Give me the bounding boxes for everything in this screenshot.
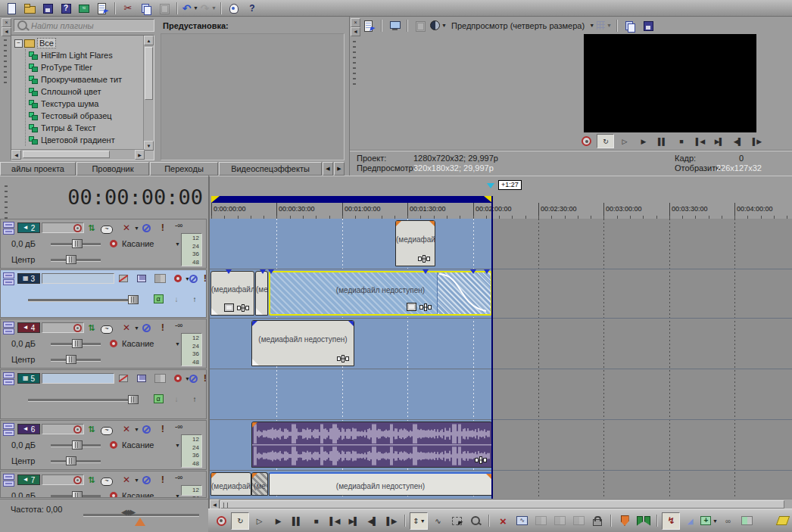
enable-snapping-button[interactable]: ↯ xyxy=(662,512,680,530)
tree-item[interactable]: Цветовой градиент xyxy=(29,134,142,146)
fade-handle[interactable] xyxy=(256,308,263,315)
timeline-event[interactable]: (медиафайл недоступен) xyxy=(251,320,354,366)
maximize-track-button[interactable] xyxy=(3,430,14,436)
track-motion-icon[interactable] xyxy=(136,373,148,384)
track-header-4[interactable]: ◄4⇅~✕▼!-∞0,0 дБКасание▼Центр12243648 xyxy=(0,319,207,369)
volume-slider-thumb[interactable] xyxy=(72,239,83,248)
pan-crop-icon[interactable] xyxy=(224,303,234,312)
track-fx-icon[interactable]: ✕ xyxy=(120,322,133,333)
timeline-horizontal-scrollbar[interactable]: ◀ xyxy=(210,499,792,509)
level-slider-thumb[interactable] xyxy=(128,395,139,404)
tab-scroll-right-button[interactable]: ▶ xyxy=(334,162,345,176)
tree-item[interactable]: Титры & Текст xyxy=(29,122,142,134)
arm-record-button[interactable] xyxy=(71,424,83,434)
input-routing-icon[interactable]: ⇅ xyxy=(86,424,98,434)
automation-gear-icon[interactable] xyxy=(172,273,184,284)
overlays-grid-dropdown-icon[interactable]: ▼ xyxy=(606,23,612,28)
interactive-tutorials-button[interactable] xyxy=(225,1,243,16)
close-panel-button[interactable]: × xyxy=(2,18,11,27)
fade-handle[interactable] xyxy=(211,308,218,315)
volume-slider-thumb[interactable] xyxy=(72,339,83,348)
minimize-track-button[interactable] xyxy=(3,322,14,328)
tree-root-item[interactable]: −Все xyxy=(11,37,154,49)
insert-envelope-button[interactable]: +▼ xyxy=(700,512,718,530)
maximize-track-button[interactable] xyxy=(3,279,14,285)
tree-item[interactable]: HitFilm Light Flares xyxy=(29,49,142,61)
whats-this-help-button[interactable]: ? xyxy=(243,1,261,16)
automation-mode-label[interactable]: Касание xyxy=(122,239,154,248)
loop-playback-button[interactable]: ↻ xyxy=(231,512,249,530)
automation-dropdown-icon[interactable]: ▼ xyxy=(175,443,180,448)
tab-scroll-left-button[interactable]: ◀ xyxy=(323,162,333,176)
tracks-viewport[interactable]: (медиафай(медиафайл(ме,(медиафайл недост… xyxy=(210,219,792,499)
track-fx-icon[interactable]: ✕ xyxy=(120,424,133,434)
trim-event-button[interactable]: ∿ xyxy=(513,512,531,530)
envelope-icon[interactable]: ~ xyxy=(101,324,113,334)
scroll-down-icon[interactable]: ▼ xyxy=(144,141,154,151)
maximize-track-button[interactable] xyxy=(3,481,14,487)
play-from-start-button[interactable]: ▷ xyxy=(616,134,633,148)
scroll-right-icon[interactable]: ▶ xyxy=(135,150,145,160)
motion-blur-bypass-icon[interactable] xyxy=(117,273,129,284)
auto-ripple-button[interactable]: ◢ xyxy=(681,512,699,530)
copy-snapshot-button[interactable] xyxy=(621,18,639,33)
audio-waveform-event[interactable] xyxy=(251,422,492,468)
tree-item[interactable]: ProType Titler xyxy=(29,61,142,73)
undo-button[interactable]: ↶▼ xyxy=(181,1,199,16)
event-fx-icon[interactable] xyxy=(418,255,430,263)
minimize-track-button[interactable] xyxy=(3,272,14,278)
automation-mode-label[interactable]: Касание xyxy=(122,491,154,498)
level-slider-thumb[interactable] xyxy=(128,295,139,304)
input-routing-icon[interactable]: ⇅ xyxy=(86,222,98,233)
previous-frame-button[interactable]: ◀▌ xyxy=(729,134,747,148)
automation-mode-label[interactable]: Касание xyxy=(122,339,154,348)
track-header-3[interactable]: ▦3▼!α↓↑ xyxy=(0,269,207,318)
level-slider-track[interactable] xyxy=(28,299,136,302)
scroll-left-icon[interactable]: ◀ xyxy=(11,150,21,160)
timeline-event[interactable]: (медиафай xyxy=(395,220,435,266)
pan-slider-thumb[interactable] xyxy=(66,456,76,465)
group-events-button[interactable]: ∞ xyxy=(719,512,737,530)
event-fx-icon[interactable] xyxy=(237,304,249,312)
stop-button[interactable]: ■ xyxy=(307,512,325,530)
video-event-properties-button[interactable] xyxy=(360,18,378,33)
go-to-start-button[interactable]: ▌◀ xyxy=(326,512,344,530)
automation-gear-icon[interactable] xyxy=(108,440,120,450)
track-header-6[interactable]: ◄6⇅~✕▼!-∞0,0 дБКасание▼Центр12243648 xyxy=(0,420,207,470)
next-frame-button[interactable]: ▌▶ xyxy=(382,512,401,530)
normal-edit-tool-button[interactable]: ⇕▼ xyxy=(410,512,428,530)
solo-button[interactable]: ! xyxy=(199,372,207,383)
render-as-button[interactable]: ≈ xyxy=(75,1,93,16)
delete-button[interactable]: × xyxy=(494,512,512,530)
go-to-start-button[interactable]: ▌◀ xyxy=(691,134,709,148)
lock-event-button[interactable] xyxy=(588,512,606,530)
make-compositing-parent-icon[interactable]: ↑ xyxy=(189,294,201,304)
volume-slider-thumb[interactable] xyxy=(72,440,83,450)
tab-айлы-проекта[interactable]: айлы проекта xyxy=(0,162,76,176)
preview-quality-dropdown-dropdown-icon[interactable]: ▼ xyxy=(589,23,594,28)
automation-dropdown-icon[interactable]: ▼ xyxy=(175,493,180,498)
fade-out-region[interactable] xyxy=(437,272,491,314)
maximize-track-button[interactable] xyxy=(3,379,14,385)
arm-record-button[interactable] xyxy=(71,474,83,485)
automation-gear-icon[interactable] xyxy=(108,238,120,249)
pan-crop-icon[interactable] xyxy=(407,303,416,311)
scrub-slider-track[interactable] xyxy=(83,514,199,517)
timeline-event[interactable]: (медиафайл xyxy=(210,271,254,316)
tab-переходы[interactable]: Переходы xyxy=(150,162,218,176)
loop-region-bar[interactable] xyxy=(211,196,492,203)
minimize-track-button[interactable] xyxy=(3,222,14,228)
envelope-icon[interactable]: ~ xyxy=(101,224,113,235)
track-header-5[interactable]: ▦5▼!α↓↑ xyxy=(0,369,207,419)
tree-vertical-scrollbar[interactable]: ▲▼ xyxy=(143,36,154,151)
selection-edit-tool-button[interactable] xyxy=(447,512,466,530)
insert-envelope-dropdown-icon[interactable]: ▼ xyxy=(712,518,717,524)
open-button[interactable] xyxy=(20,1,39,16)
tree-collapse-icon[interactable]: − xyxy=(14,39,23,48)
timeline-event[interactable]: (ме xyxy=(251,472,268,496)
undo-dropdown-icon[interactable]: ▼ xyxy=(193,5,198,11)
normal-edit-tool-dropdown-icon[interactable]: ▼ xyxy=(420,518,425,524)
composite-mode-icon[interactable]: α xyxy=(152,394,164,404)
envelope-edit-tool-button[interactable]: ∿ xyxy=(429,512,447,530)
track-fx-icon[interactable]: ✕ xyxy=(120,222,133,233)
